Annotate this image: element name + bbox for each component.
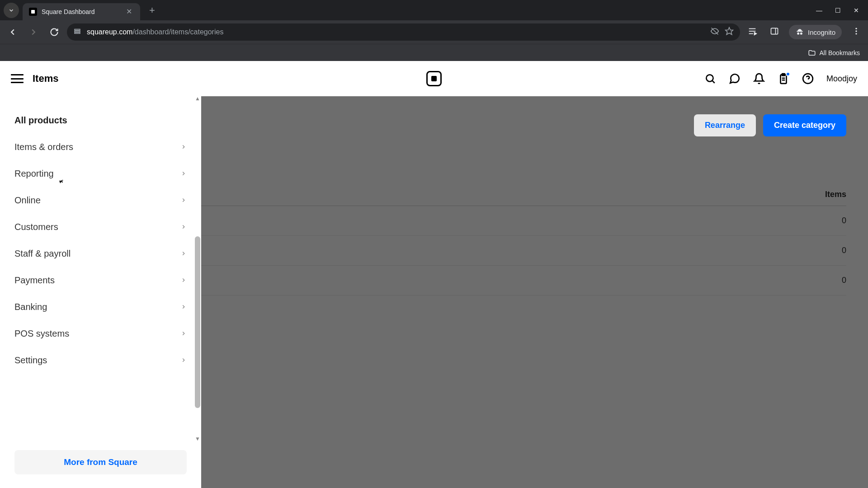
side-panel-icon[interactable]	[767, 24, 782, 40]
svg-rect-0	[75, 29, 80, 30]
close-window-button[interactable]: ✕	[854, 7, 859, 14]
browser-tab[interactable]: Square Dashboard ✕	[23, 3, 140, 20]
tab-close-icon[interactable]: ✕	[124, 7, 134, 16]
bookmarks-bar: All Bookmarks	[0, 44, 868, 61]
notification-dot-icon	[786, 72, 790, 76]
user-menu[interactable]: Moodjoy	[826, 74, 857, 84]
sidebar: All products Items & orders Reporting On…	[0, 96, 201, 488]
svg-rect-9	[771, 28, 778, 34]
sidebar-item-online[interactable]: Online	[0, 187, 201, 214]
svg-line-15	[712, 80, 714, 83]
back-button[interactable]	[5, 24, 21, 40]
tab-favicon-icon	[29, 8, 37, 16]
media-control-icon[interactable]	[745, 23, 760, 41]
sidebar-item-reporting[interactable]: Reporting	[0, 160, 201, 187]
tab-search-dropdown[interactable]	[4, 3, 19, 18]
menu-toggle-button[interactable]	[11, 74, 24, 83]
sidebar-item-pos-systems[interactable]: POS systems	[0, 320, 201, 347]
svg-marker-8	[755, 33, 757, 35]
sidebar-section-title: All products	[0, 110, 201, 134]
sidebar-item-customers[interactable]: Customers	[0, 214, 201, 240]
svg-point-12	[855, 30, 857, 32]
header-title: Items	[33, 73, 58, 84]
sidebar-item-label: Payments	[14, 275, 55, 286]
chat-icon[interactable]	[729, 73, 741, 84]
sidebar-item-label: Settings	[14, 355, 47, 366]
scroll-up-icon[interactable]: ▲	[195, 96, 200, 102]
scroll-down-icon[interactable]: ▼	[195, 436, 200, 441]
sidebar-item-label: Online	[14, 195, 41, 206]
sidebar-item-label: POS systems	[14, 328, 69, 339]
sidebar-item-label: Customers	[14, 222, 58, 232]
chevron-right-icon	[180, 249, 187, 259]
clipboard-icon[interactable]	[778, 73, 789, 84]
browser-menu-icon[interactable]	[849, 24, 863, 40]
svg-point-11	[855, 28, 857, 29]
sidebar-item-label: Items & orders	[14, 142, 73, 152]
chevron-right-icon	[180, 328, 187, 339]
chevron-right-icon	[180, 355, 187, 366]
svg-rect-1	[75, 31, 80, 32]
sidebar-item-items-orders[interactable]: Items & orders	[0, 134, 201, 160]
scrollbar-thumb[interactable]	[195, 236, 200, 408]
svg-point-14	[706, 75, 713, 81]
reload-button[interactable]	[46, 24, 62, 40]
incognito-badge[interactable]: Incognito	[789, 25, 842, 39]
chevron-right-icon	[180, 142, 187, 152]
search-icon[interactable]	[704, 73, 716, 84]
eye-off-icon[interactable]	[710, 27, 719, 38]
create-category-button[interactable]: Create category	[763, 114, 846, 136]
square-logo-icon[interactable]	[426, 71, 442, 86]
tab-title: Square Dashboard	[42, 8, 120, 15]
browser-tab-strip: Square Dashboard ✕ + — ☐ ✕	[0, 0, 868, 20]
sidebar-item-label: Reporting	[14, 169, 54, 179]
chevron-right-icon	[180, 275, 187, 286]
sidebar-item-label: Staff & payroll	[14, 249, 71, 259]
chevron-right-icon	[180, 195, 187, 206]
browser-toolbar: squareup.com/dashboard/items/categories …	[0, 20, 868, 44]
chevron-right-icon	[180, 222, 187, 232]
window-controls: — ☐ ✕	[816, 7, 864, 14]
new-tab-button[interactable]: +	[146, 3, 159, 18]
more-from-square-button[interactable]: More from Square	[14, 450, 187, 474]
incognito-label: Incognito	[808, 28, 835, 36]
forward-button[interactable]	[25, 24, 42, 40]
app-header: Items Moodjoy	[0, 61, 868, 96]
help-icon[interactable]	[802, 73, 814, 84]
bookmark-star-icon[interactable]	[725, 27, 734, 38]
rearrange-button[interactable]: Rearrange	[694, 114, 756, 136]
url-text: squareup.com/dashboard/items/categories	[87, 28, 705, 36]
svg-marker-4	[726, 28, 733, 35]
minimize-button[interactable]: —	[816, 7, 822, 14]
sidebar-item-payments[interactable]: Payments	[0, 267, 201, 294]
site-settings-icon[interactable]	[73, 27, 81, 37]
sidebar-item-banking[interactable]: Banking	[0, 294, 201, 320]
chevron-right-icon	[180, 302, 187, 312]
svg-rect-2	[75, 33, 80, 33]
notifications-icon[interactable]	[753, 73, 765, 84]
sidebar-item-staff-payroll[interactable]: Staff & payroll	[0, 240, 201, 267]
sidebar-item-settings[interactable]: Settings	[0, 347, 201, 374]
chevron-right-icon	[180, 169, 187, 179]
all-bookmarks-button[interactable]: All Bookmarks	[808, 49, 860, 57]
sidebar-item-label: Banking	[14, 302, 47, 312]
maximize-button[interactable]: ☐	[835, 7, 841, 14]
svg-point-13	[855, 33, 857, 34]
address-bar[interactable]: squareup.com/dashboard/items/categories	[67, 23, 740, 41]
